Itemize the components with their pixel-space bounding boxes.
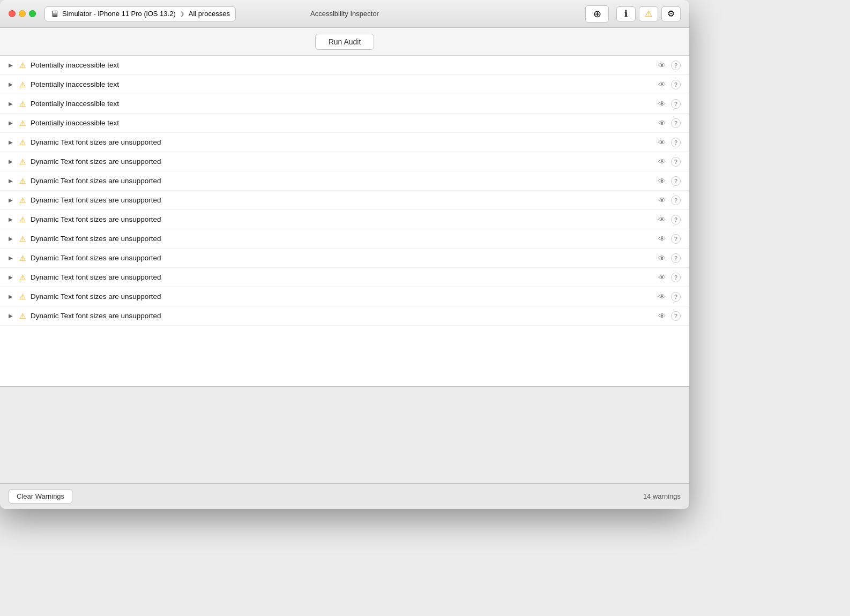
- question-icon[interactable]: ?: [671, 234, 681, 244]
- crosshair-button[interactable]: ⊕: [585, 5, 609, 22]
- warning-item-right: 👁 ?: [656, 117, 681, 129]
- question-icon[interactable]: ?: [671, 61, 681, 70]
- eye-icon[interactable]: 👁: [656, 272, 668, 283]
- warning-text: Dynamic Text font sizes are unsupported: [31, 157, 161, 166]
- eye-icon[interactable]: 👁: [656, 117, 668, 129]
- expand-arrow-icon[interactable]: ▶: [9, 216, 15, 222]
- traffic-lights: [9, 10, 36, 17]
- eye-icon[interactable]: 👁: [656, 194, 668, 206]
- warning-triangle-icon: ⚠: [19, 138, 26, 147]
- expand-arrow-icon[interactable]: ▶: [9, 101, 15, 107]
- question-icon[interactable]: ?: [671, 138, 681, 147]
- expand-arrow-icon[interactable]: ▶: [9, 139, 15, 145]
- crosshair-icon: ⊕: [593, 8, 601, 20]
- titlebar-left: 🖥 Simulator - iPhone 11 Pro (iOS 13.2) ❯…: [9, 6, 236, 21]
- expand-arrow-icon[interactable]: ▶: [9, 294, 15, 299]
- expand-arrow-icon[interactable]: ▶: [9, 159, 15, 164]
- warning-item-left: ▶ ⚠ Dynamic Text font sizes are unsuppor…: [9, 196, 161, 205]
- question-icon[interactable]: ?: [671, 215, 681, 224]
- warning-triangle-icon: ⚠: [19, 177, 26, 185]
- eye-icon[interactable]: 👁: [656, 137, 668, 148]
- warning-item-left: ▶ ⚠ Dynamic Text font sizes are unsuppor…: [9, 235, 161, 243]
- warning-list-item[interactable]: ▶ ⚠ Dynamic Text font sizes are unsuppor…: [0, 249, 689, 268]
- warnings-button[interactable]: ⚠: [639, 6, 658, 21]
- question-icon[interactable]: ?: [671, 273, 681, 282]
- warning-triangle-icon: ⚠: [19, 215, 26, 224]
- info-button[interactable]: ℹ: [616, 6, 636, 21]
- expand-arrow-icon[interactable]: ▶: [9, 236, 15, 242]
- expand-arrow-icon[interactable]: ▶: [9, 197, 15, 203]
- eye-icon[interactable]: 👁: [656, 233, 668, 245]
- eye-icon[interactable]: 👁: [656, 98, 668, 110]
- warning-triangle-icon: ⚠: [19, 235, 26, 243]
- warning-item-left: ▶ ⚠ Dynamic Text font sizes are unsuppor…: [9, 273, 161, 282]
- warning-list-item[interactable]: ▶ ⚠ Dynamic Text font sizes are unsuppor…: [0, 133, 689, 152]
- clear-warnings-button[interactable]: Clear Warnings: [9, 489, 72, 504]
- eye-icon[interactable]: 👁: [656, 214, 668, 226]
- settings-icon: ⚙: [667, 9, 675, 19]
- warning-list-item[interactable]: ▶ ⚠ Dynamic Text font sizes are unsuppor…: [0, 171, 689, 191]
- expand-arrow-icon[interactable]: ▶: [9, 255, 15, 261]
- warning-list-item[interactable]: ▶ ⚠ Potentially inaccessible text 👁 ?: [0, 114, 689, 133]
- eye-icon[interactable]: 👁: [656, 59, 668, 71]
- warning-text: Dynamic Text font sizes are unsupported: [31, 273, 161, 281]
- warning-list-item[interactable]: ▶ ⚠ Dynamic Text font sizes are unsuppor…: [0, 191, 689, 210]
- eye-icon[interactable]: 👁: [656, 79, 668, 91]
- warning-list-item[interactable]: ▶ ⚠ Dynamic Text font sizes are unsuppor…: [0, 306, 689, 326]
- warning-item-left: ▶ ⚠ Dynamic Text font sizes are unsuppor…: [9, 312, 161, 320]
- warning-list-item[interactable]: ▶ ⚠ Potentially inaccessible text 👁 ?: [0, 56, 689, 75]
- question-icon[interactable]: ?: [671, 118, 681, 128]
- warning-list-item[interactable]: ▶ ⚠ Dynamic Text font sizes are unsuppor…: [0, 268, 689, 287]
- expand-arrow-icon[interactable]: ▶: [9, 62, 15, 68]
- expand-arrow-icon[interactable]: ▶: [9, 120, 15, 126]
- expand-arrow-icon[interactable]: ▶: [9, 178, 15, 184]
- warning-text: Dynamic Text font sizes are unsupported: [31, 235, 161, 243]
- run-audit-button[interactable]: Run Audit: [315, 34, 375, 50]
- warning-item-right: 👁 ?: [656, 156, 681, 168]
- settings-button[interactable]: ⚙: [661, 6, 681, 21]
- eye-icon[interactable]: 👁: [656, 175, 668, 187]
- expand-arrow-icon[interactable]: ▶: [9, 313, 15, 319]
- question-icon[interactable]: ?: [671, 80, 681, 89]
- question-icon[interactable]: ?: [671, 99, 681, 109]
- warning-item-left: ▶ ⚠ Potentially inaccessible text: [9, 100, 119, 108]
- warning-list-item[interactable]: ▶ ⚠ Potentially inaccessible text 👁 ?: [0, 75, 689, 94]
- eye-icon[interactable]: 👁: [656, 156, 668, 168]
- warning-item-right: 👁 ?: [656, 272, 681, 283]
- question-icon[interactable]: ?: [671, 311, 681, 321]
- warning-triangle-icon: ⚠: [19, 100, 26, 108]
- info-icon: ℹ: [624, 9, 628, 19]
- question-icon[interactable]: ?: [671, 292, 681, 302]
- expand-arrow-icon[interactable]: ▶: [9, 274, 15, 280]
- warning-item-left: ▶ ⚠ Potentially inaccessible text: [9, 61, 119, 70]
- question-icon[interactable]: ?: [671, 176, 681, 186]
- titlebar: 🖥 Simulator - iPhone 11 Pro (iOS 13.2) ❯…: [0, 0, 689, 28]
- maximize-button[interactable]: [29, 10, 36, 17]
- eye-icon[interactable]: 👁: [656, 291, 668, 303]
- device-selector[interactable]: 🖥 Simulator - iPhone 11 Pro (iOS 13.2) ❯…: [44, 6, 236, 21]
- warning-list-item[interactable]: ▶ ⚠ Potentially inaccessible text 👁 ?: [0, 94, 689, 114]
- eye-icon[interactable]: 👁: [656, 310, 668, 322]
- warning-icon: ⚠: [645, 9, 652, 19]
- warning-text: Dynamic Text font sizes are unsupported: [31, 138, 161, 146]
- close-button[interactable]: [9, 10, 16, 17]
- warning-triangle-icon: ⚠: [19, 312, 26, 320]
- warning-triangle-icon: ⚠: [19, 196, 26, 205]
- question-icon[interactable]: ?: [671, 196, 681, 205]
- question-icon[interactable]: ?: [671, 253, 681, 263]
- warning-list-item[interactable]: ▶ ⚠ Dynamic Text font sizes are unsuppor…: [0, 210, 689, 229]
- expand-arrow-icon[interactable]: ▶: [9, 81, 15, 87]
- warning-text: Dynamic Text font sizes are unsupported: [31, 177, 161, 185]
- warning-list-item[interactable]: ▶ ⚠ Dynamic Text font sizes are unsuppor…: [0, 229, 689, 249]
- warning-item-right: 👁 ?: [656, 79, 681, 91]
- warning-item-left: ▶ ⚠ Dynamic Text font sizes are unsuppor…: [9, 157, 161, 166]
- question-icon[interactable]: ?: [671, 157, 681, 167]
- warning-list-item[interactable]: ▶ ⚠ Dynamic Text font sizes are unsuppor…: [0, 152, 689, 171]
- warnings-list-container[interactable]: ▶ ⚠ Potentially inaccessible text 👁 ? ▶ …: [0, 56, 689, 386]
- warning-text: Dynamic Text font sizes are unsupported: [31, 196, 161, 204]
- minimize-button[interactable]: [19, 10, 26, 17]
- warning-triangle-icon: ⚠: [19, 157, 26, 166]
- warning-triangle-icon: ⚠: [19, 80, 26, 89]
- eye-icon[interactable]: 👁: [656, 252, 668, 264]
- warning-list-item[interactable]: ▶ ⚠ Dynamic Text font sizes are unsuppor…: [0, 287, 689, 306]
